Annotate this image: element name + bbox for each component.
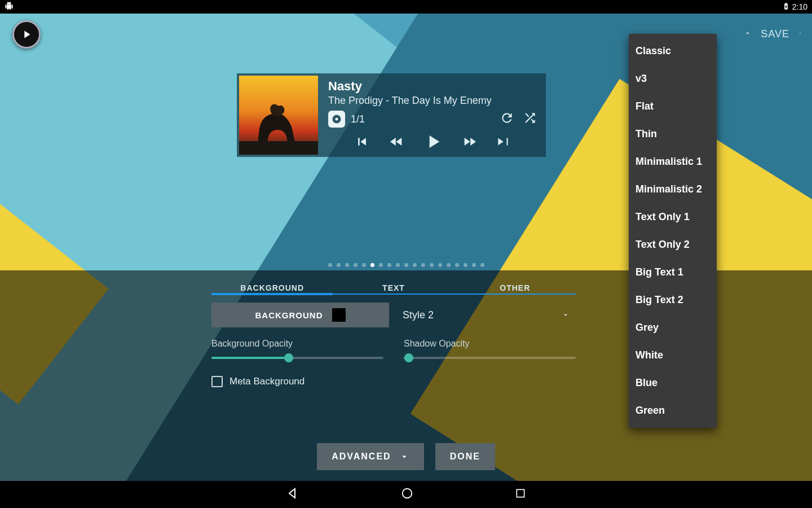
preset-dropdown-chevron-icon[interactable] xyxy=(744,28,752,40)
nav-recent-icon[interactable] xyxy=(515,488,526,501)
rewind-icon[interactable] xyxy=(387,134,405,152)
android-nav-bar xyxy=(0,481,812,508)
done-label: DONE xyxy=(450,452,480,462)
shuffle-icon[interactable] xyxy=(522,111,538,128)
preset-item[interactable]: Minimalistic 2 xyxy=(629,176,717,203)
track-title: Nasty xyxy=(328,79,538,94)
play-icon[interactable] xyxy=(422,131,444,155)
done-button[interactable]: DONE xyxy=(435,443,495,470)
preset-item[interactable]: Grey xyxy=(629,314,717,341)
preset-popup: Classicv3FlatThinMinimalistic 1Minimalis… xyxy=(629,34,717,428)
bg-opacity-slider[interactable]: Background Opacity xyxy=(211,339,383,359)
svg-point-1 xyxy=(800,32,800,33)
clock-text: 2:10 xyxy=(792,2,807,11)
bg-opacity-label: Background Opacity xyxy=(211,339,383,349)
track-subtitle: The Prodigy - The Day Is My Enemy xyxy=(328,95,538,107)
style-dropdown[interactable]: Style 2 xyxy=(397,303,576,327)
android-icon xyxy=(5,2,14,12)
preset-item[interactable]: Thin xyxy=(629,120,717,148)
chevron-down-icon xyxy=(561,310,570,319)
queue-icon[interactable] xyxy=(328,111,345,128)
preset-item[interactable]: White xyxy=(629,341,717,369)
nav-back-icon[interactable] xyxy=(286,487,299,502)
preset-item[interactable]: v3 xyxy=(629,65,717,93)
meta-background-checkbox[interactable]: Meta Background xyxy=(211,376,576,387)
album-art xyxy=(239,76,318,155)
background-button-label: BACKGROUND xyxy=(255,310,323,320)
preset-item[interactable]: Big Text 1 xyxy=(629,259,717,286)
advanced-label: ADVANCED xyxy=(332,452,391,462)
preset-item[interactable]: Big Text 2 xyxy=(629,286,717,314)
advanced-button[interactable]: ADVANCED xyxy=(317,443,423,470)
shadow-opacity-label: Shadow Opacity xyxy=(404,339,576,349)
queue-counter: 1/1 xyxy=(351,113,365,125)
tab-underline xyxy=(211,294,576,295)
checkbox-box xyxy=(211,376,223,387)
background-color-button[interactable]: BACKGROUND xyxy=(211,303,389,327)
forward-icon[interactable] xyxy=(461,134,479,152)
svg-rect-6 xyxy=(517,489,524,497)
preset-item[interactable]: Text Only 2 xyxy=(629,231,717,259)
overflow-menu-icon[interactable] xyxy=(798,27,802,41)
battery-charging-icon xyxy=(782,2,790,12)
skip-end-icon[interactable] xyxy=(496,134,510,151)
tab-text[interactable]: TEXT xyxy=(333,278,454,298)
preset-item[interactable]: Flat xyxy=(629,93,717,120)
svg-point-5 xyxy=(403,489,412,498)
play-icon xyxy=(20,28,33,41)
save-button[interactable]: SAVE xyxy=(761,28,789,40)
preset-item[interactable]: Text Only 1 xyxy=(629,203,717,231)
preset-item[interactable]: Classic xyxy=(629,37,717,65)
style-selected-text: Style 2 xyxy=(403,309,434,321)
nav-home-icon[interactable] xyxy=(401,487,413,502)
svg-point-2 xyxy=(800,33,800,34)
tab-other[interactable]: OTHER xyxy=(454,278,576,298)
svg-point-0 xyxy=(800,32,800,32)
android-status-bar: 2:10 xyxy=(0,0,812,14)
meta-background-label: Meta Background xyxy=(230,376,304,387)
background-swatch xyxy=(332,308,346,322)
preset-item[interactable]: Minimalistic 1 xyxy=(629,148,717,176)
shadow-opacity-slider[interactable]: Shadow Opacity xyxy=(404,339,576,359)
preset-item[interactable]: Blue xyxy=(629,369,717,397)
svg-point-4 xyxy=(336,118,338,121)
chevron-down-icon xyxy=(399,452,409,462)
preset-item[interactable]: Green xyxy=(629,397,717,424)
widget-preview: Nasty The Prodigy - The Day Is My Enemy … xyxy=(237,73,546,157)
play-fab[interactable] xyxy=(12,20,41,49)
repeat-icon[interactable] xyxy=(500,111,514,128)
skip-start-icon[interactable] xyxy=(356,134,370,151)
settings-panel: BACKGROUND Style 2 Background Opacity Sh… xyxy=(211,303,576,387)
